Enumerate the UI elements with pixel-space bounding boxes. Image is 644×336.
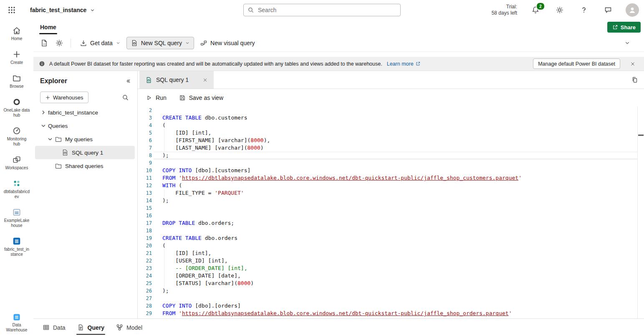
get-data-button[interactable]: Get data (76, 37, 125, 49)
app-launcher-button[interactable] (5, 3, 18, 17)
search-box[interactable] (243, 4, 401, 16)
manage-dataset-button[interactable]: Manage default Power BI dataset (533, 59, 620, 69)
new-sql-query-button[interactable]: New SQL query (126, 37, 194, 49)
code-line-6[interactable]: 6 [FIRST_NAME] [varchar](8000), (138, 137, 638, 144)
line-number: 13 (138, 189, 154, 197)
rail-item-dbtlabsfabricdev[interactable]: dbtlabsfabricdev (2, 179, 31, 199)
tree-item-my-queries[interactable]: My queries (35, 132, 135, 146)
code-line-18[interactable]: 18 (138, 227, 638, 234)
code-line-28[interactable]: 28COPY INTO [dbo].[orders] (138, 302, 638, 310)
code-line-12[interactable]: 12WITH ( (138, 182, 638, 189)
bottom-tab-data[interactable]: Data (37, 319, 71, 336)
code-line-7[interactable]: 7 [LAST_NAME] [varchar](8000) (138, 144, 638, 152)
code-line-2[interactable]: 2 (138, 107, 638, 114)
code-line-23[interactable]: 23 -- [ORDER_DATE] [int], (138, 265, 638, 272)
chevron-down-icon[interactable] (47, 136, 53, 143)
banner-message: A default Power BI dataset for faster re… (49, 61, 382, 67)
tab-sql-query-1[interactable]: SQL query 1 (139, 71, 214, 89)
trial-label: Trial: (492, 4, 517, 10)
bottom-tab-query[interactable]: Query (71, 319, 110, 336)
save-as-view-button[interactable]: Save as view (179, 94, 223, 101)
explorer-search-button[interactable] (120, 92, 131, 103)
explorer-collapse-button[interactable] (123, 76, 133, 86)
tree-item-shared-queries[interactable]: Shared queries (35, 159, 135, 173)
code-line-17[interactable]: 17DROP TABLE dbo.orders; (138, 219, 638, 227)
tree-item-queries[interactable]: Queries (35, 119, 135, 132)
help-button[interactable] (577, 3, 591, 17)
code-line-16[interactable]: 16 (138, 212, 638, 219)
explorer-panel: Explorer Warehouses fabric_test_instance… (33, 71, 138, 318)
rail-item-create[interactable]: Create (2, 50, 31, 65)
editor-scrollbar[interactable] (637, 107, 644, 318)
code-line-9[interactable]: 9 (138, 159, 638, 167)
bottom-tab-model[interactable]: Model (110, 319, 148, 336)
line-content (154, 159, 638, 167)
tree-item-fabric-test-instance[interactable]: fabric_test_instance (35, 106, 135, 119)
code-line-8[interactable]: 8); (138, 152, 638, 159)
share-button[interactable]: Share (607, 22, 641, 33)
line-number: 18 (138, 227, 154, 234)
editor-tab-bar: SQL query 1 (138, 71, 644, 89)
new-report-button[interactable] (38, 36, 51, 50)
ribbon-collapse-button[interactable] (621, 36, 634, 50)
close-icon (630, 61, 636, 67)
rail-item-data-warehouse[interactable]: Data Warehouse (0, 313, 33, 333)
code-line-20[interactable]: 20( (138, 242, 638, 249)
code-line-13[interactable]: 13 FILE_TYPE = 'PARQUET' (138, 189, 638, 197)
code-line-25[interactable]: 25 [STATUS] [varchar](8000) (138, 280, 638, 287)
run-button[interactable]: Run (146, 94, 167, 101)
chevron-right-icon[interactable] (40, 109, 47, 116)
code-line-19[interactable]: 19CREATE TABLE dbo.orders (138, 234, 638, 242)
new-visual-query-button[interactable]: New visual query (196, 37, 259, 49)
code-line-22[interactable]: 22 [USER_ID] [int], (138, 257, 638, 265)
sql-editor[interactable]: 23CREATE TABLE dbo.customers4(5 [ID] [in… (138, 107, 644, 318)
code-line-26[interactable]: 26); (138, 287, 638, 295)
rail-item-browse[interactable]: Browse (2, 74, 31, 89)
rail-item-onelake-data-hub[interactable]: OneLake data hub (2, 97, 31, 118)
settings-button[interactable] (553, 3, 566, 17)
waffle-icon (8, 6, 16, 14)
code-line-14[interactable]: 14); (138, 197, 638, 204)
lakehouse-icon (12, 208, 21, 217)
line-content: ( (154, 242, 638, 249)
code-line-24[interactable]: 24 [ORDER_DATE] [date], (138, 272, 638, 280)
add-warehouses-button[interactable]: Warehouses (40, 92, 88, 103)
rail-item-fabric-test-instance[interactable]: fabric_test_instance (2, 237, 31, 257)
workspace-title-button[interactable]: fabric_test_instance (30, 7, 95, 13)
tab-home[interactable]: Home (34, 20, 62, 34)
scroll-position-marker (638, 135, 644, 136)
code-line-15[interactable]: 15 (138, 204, 638, 212)
code-line-4[interactable]: 4( (138, 122, 638, 129)
code-line-3[interactable]: 3CREATE TABLE dbo.customers (138, 114, 638, 122)
line-content: WITH ( (154, 182, 638, 189)
rail-item-monitoring-hub[interactable]: Monitoring hub (2, 126, 31, 147)
command-bar: Get data New SQL query New visual query (33, 34, 644, 52)
view-switcher-bar: DataQueryModel (33, 318, 644, 336)
notifications-button[interactable]: 2 (529, 3, 542, 17)
code-line-27[interactable]: 27 (138, 295, 638, 302)
banner-close-button[interactable] (627, 59, 638, 69)
code-line-21[interactable]: 21 [ID] [int], (138, 249, 638, 257)
tree-item-sql-query-1[interactable]: SQL query 1 (35, 146, 135, 159)
question-icon (580, 6, 588, 14)
line-number: 27 (138, 295, 154, 302)
code-line-29[interactable]: 29FROM 'https://dbtlabsynapsedatalake.bl… (138, 310, 638, 317)
code-line-5[interactable]: 5 [ID] [int], (138, 129, 638, 137)
copy-button[interactable] (629, 74, 641, 86)
account-avatar[interactable] (626, 3, 639, 17)
line-number: 4 (138, 122, 154, 129)
ribbon-tab-bar: Home Share (33, 20, 644, 34)
chevron-down-icon[interactable] (40, 122, 47, 129)
search-input[interactable] (257, 6, 397, 14)
line-number: 19 (138, 234, 154, 242)
rail-item-workspaces[interactable]: Workspaces (2, 155, 31, 171)
warehouse-settings-button[interactable] (53, 36, 66, 50)
rail-item-home[interactable]: Home (2, 26, 31, 41)
feedback-button[interactable] (601, 3, 615, 17)
rail-item-label: Monitoring hub (3, 137, 30, 147)
code-line-11[interactable]: 11FROM 'https://dbtlabsynapsedatalake.bl… (138, 174, 638, 182)
learn-more-link[interactable]: Learn more (387, 61, 421, 67)
rail-item-examplelakehouse[interactable]: ExampleLakehouse (2, 208, 31, 228)
code-line-10[interactable]: 10COPY INTO [dbo].[customers] (138, 167, 638, 174)
tab-close-button[interactable] (200, 75, 210, 84)
